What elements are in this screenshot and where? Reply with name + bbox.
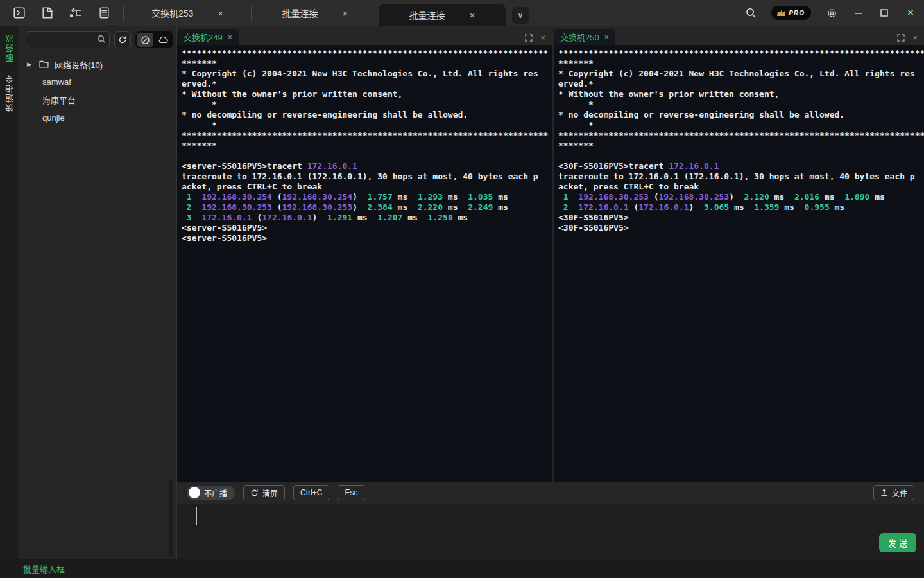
pane-actions: × bbox=[897, 33, 924, 45]
pane-close-icon[interactable]: × bbox=[540, 33, 545, 42]
clear-screen-button[interactable]: 清屏 bbox=[243, 485, 285, 500]
titlebar-icon-group bbox=[0, 6, 123, 19]
maximize-icon[interactable] bbox=[878, 7, 890, 19]
app-window: 交换机253 × 批量连接 × 批量连接 × ∨ PRO bbox=[0, 0, 924, 578]
tree-item-samwaf[interactable]: samwaf bbox=[31, 73, 176, 91]
pane-title: 交换机249 bbox=[184, 31, 223, 43]
close-icon[interactable]: × bbox=[905, 7, 916, 19]
tab-batch-connect-2-active[interactable]: 批量连接 × bbox=[379, 4, 506, 26]
search-icon bbox=[97, 35, 106, 44]
terminal-output-249[interactable]: ****************************************… bbox=[177, 45, 552, 482]
rail-tab-servers[interactable]: 服务器 bbox=[4, 33, 16, 62]
server-list-icon[interactable] bbox=[98, 6, 110, 19]
tree-item-hikvision-platform[interactable]: 海康平台 bbox=[31, 91, 176, 109]
pane-tab-close-icon[interactable]: × bbox=[228, 33, 232, 42]
terminal-pane-249: 交换机249 × × *****************************… bbox=[177, 26, 552, 482]
batch-command-input[interactable]: 发送 bbox=[177, 504, 924, 559]
tree-root-label: 网络设备(10) bbox=[55, 58, 103, 71]
pane-tab-close-icon[interactable]: × bbox=[604, 33, 609, 42]
broadcast-toggle-label: 不广播 bbox=[204, 487, 227, 498]
quick-connect-icon[interactable] bbox=[69, 6, 82, 19]
tab-label: 批量连接 bbox=[409, 8, 445, 21]
statusbar: 批量输入框 bbox=[0, 559, 924, 578]
caret-right-icon[interactable]: ▶ bbox=[27, 61, 33, 67]
sidebar-search bbox=[26, 31, 110, 48]
tab-close-icon[interactable]: × bbox=[470, 10, 475, 20]
pro-badge[interactable]: PRO bbox=[771, 6, 811, 20]
folder-icon bbox=[39, 60, 49, 68]
terminal-pane-250: 交换机250 × × *****************************… bbox=[554, 26, 924, 482]
view-mode-toggle bbox=[135, 31, 173, 48]
terminal-split: 交换机249 × × *****************************… bbox=[177, 26, 924, 482]
tree-children: samwaf 海康平台 qunjie bbox=[31, 73, 176, 127]
search-icon[interactable] bbox=[745, 7, 757, 19]
crown-icon bbox=[776, 10, 786, 17]
pane-tab-switch-250[interactable]: 交换机250 × bbox=[554, 29, 615, 45]
pane-header: 交换机249 × × bbox=[177, 26, 552, 45]
rail-tab-quick-commands[interactable]: 快速指令 bbox=[4, 74, 16, 112]
refresh-button[interactable] bbox=[114, 31, 131, 48]
tree-root-network-devices[interactable]: ▶ 网络设备(10) bbox=[27, 56, 176, 73]
cloud-mode-icon[interactable] bbox=[155, 33, 171, 47]
file-upload-label: 文件 bbox=[892, 487, 907, 498]
tab-close-icon[interactable]: × bbox=[218, 8, 223, 18]
broadcast-toggle[interactable]: 不广播 bbox=[187, 486, 235, 500]
refresh-icon bbox=[250, 489, 259, 497]
new-file-icon[interactable] bbox=[41, 6, 54, 19]
device-tree: ▶ 网络设备(10) samwaf 海康平台 qunjie bbox=[19, 53, 176, 127]
send-button[interactable]: 发送 bbox=[879, 533, 916, 552]
minimize-icon[interactable] bbox=[852, 7, 864, 19]
new-terminal-icon[interactable] bbox=[13, 6, 26, 19]
tab-batch-connect-1[interactable]: 批量连接 × bbox=[252, 0, 379, 26]
pro-badge-label: PRO bbox=[789, 10, 805, 17]
tab-close-icon[interactable]: × bbox=[343, 8, 348, 18]
text-cursor bbox=[196, 507, 197, 525]
tab-label: 交换机253 bbox=[151, 6, 193, 19]
tab-label: 批量连接 bbox=[282, 6, 318, 19]
pane-title: 交换机250 bbox=[560, 31, 599, 43]
refresh-icon bbox=[118, 35, 127, 44]
left-rail: 服务器 快速指令 bbox=[0, 26, 19, 559]
pane-actions: × bbox=[525, 33, 552, 45]
file-upload-button[interactable]: 文件 bbox=[873, 485, 914, 500]
command-bar: 不广播 清屏 Ctrl+C Esc 文件 bbox=[177, 482, 924, 504]
server-sidebar: ▶ 网络设备(10) samwaf 海康平台 qunjie bbox=[19, 26, 177, 559]
tab-list-chevron-down-icon[interactable]: ∨ bbox=[512, 7, 529, 24]
content-row: 服务器 快速指令 bbox=[0, 26, 924, 559]
gear-icon[interactable] bbox=[826, 7, 837, 19]
esc-button[interactable]: Esc bbox=[338, 485, 364, 500]
main-area: 交换机249 × × *****************************… bbox=[177, 26, 924, 559]
local-mode-compass-icon[interactable] bbox=[137, 33, 153, 47]
pane-fullscreen-icon[interactable] bbox=[897, 34, 905, 42]
ctrl-c-button[interactable]: Ctrl+C bbox=[293, 485, 329, 500]
terminal-output-250[interactable]: ****************************************… bbox=[554, 45, 924, 482]
clear-screen-label: 清屏 bbox=[262, 487, 278, 498]
tab-switch-253[interactable]: 交换机253 × bbox=[124, 0, 251, 26]
pane-close-icon[interactable]: × bbox=[912, 33, 918, 42]
sidebar-controls bbox=[19, 26, 176, 53]
pane-fullscreen-icon[interactable] bbox=[525, 34, 533, 42]
toggle-knob bbox=[189, 487, 200, 498]
pane-header: 交换机250 × × bbox=[554, 26, 924, 45]
statusbar-label: 批量输入框 bbox=[23, 563, 65, 575]
sidebar-scrollbar[interactable] bbox=[169, 479, 173, 556]
pane-tab-switch-249[interactable]: 交换机249 × bbox=[177, 29, 239, 45]
titlebar-right-controls: PRO × bbox=[745, 0, 916, 26]
upload-icon bbox=[880, 489, 888, 496]
titlebar: 交换机253 × 批量连接 × 批量连接 × ∨ PRO bbox=[0, 0, 924, 26]
tree-item-qunjie[interactable]: qunjie bbox=[31, 109, 176, 127]
